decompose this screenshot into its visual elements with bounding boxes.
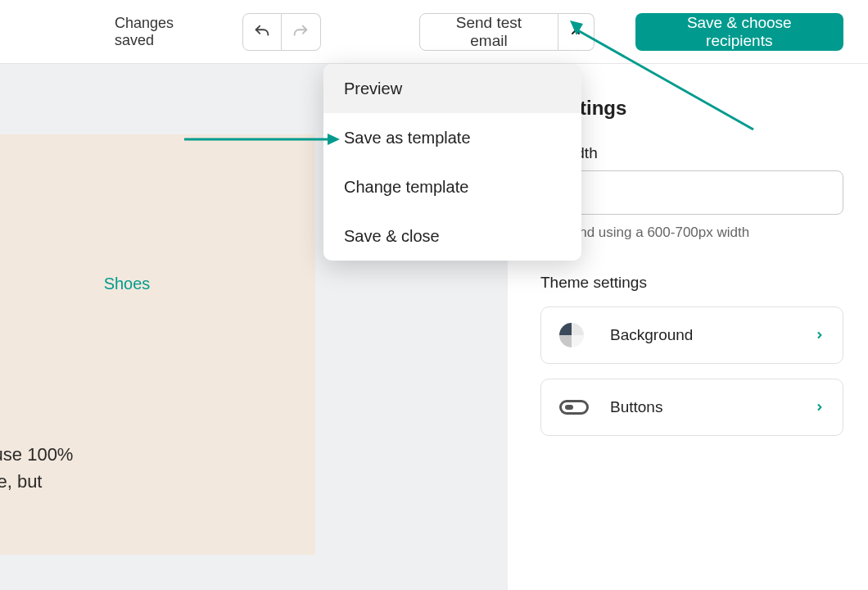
undo-redo-group [242,13,321,51]
annotation-arrow-left [184,127,340,152]
dropdown-change-template[interactable]: Change template [323,162,581,211]
body-line: ale-founded factories use 100% [0,444,73,465]
background-setting[interactable]: Background [540,306,843,364]
annotation-arrow-right [565,19,762,134]
svg-marker-1 [328,134,340,145]
redo-button[interactable] [282,13,321,51]
setting-label: Background [610,326,815,344]
setting-label: Buttons [610,398,815,416]
chevron-right-icon [815,329,825,342]
theme-settings-heading: Theme settings [540,274,843,292]
undo-icon [253,23,271,41]
canvas-width-label: as width [540,144,843,162]
chevron-right-icon [815,401,825,414]
canvas-headline: you warm [0,367,283,412]
canvas-body: ale-founded factories use 100% great for… [0,441,283,522]
undo-button[interactable] [242,13,282,51]
buttons-setting[interactable]: Buttons [540,379,843,436]
canvas-logo: g o [0,192,283,217]
email-canvas[interactable]: g o Shoes you warm ale-founded factories… [0,134,315,555]
save-dropdown-menu: Preview Save as template Change template… [323,64,581,261]
send-test-email-button[interactable]: Send test email [419,13,558,51]
dropdown-save-close[interactable]: Save & close [323,211,581,261]
background-icon [559,323,594,347]
dropdown-preview[interactable]: Preview [323,64,581,113]
body-line: great for your wardrobe, but [0,471,42,492]
canvas-width-input[interactable] [540,170,843,215]
save-status: Changes saved [115,15,210,49]
buttons-icon [559,400,594,415]
svg-line-2 [575,29,753,129]
canvas-nav-link[interactable]: Shoes [0,275,283,293]
width-hint: ommend using a 600-700px width [540,225,843,241]
dropdown-save-as-template[interactable]: Save as template [323,113,581,162]
redo-icon [292,23,310,41]
